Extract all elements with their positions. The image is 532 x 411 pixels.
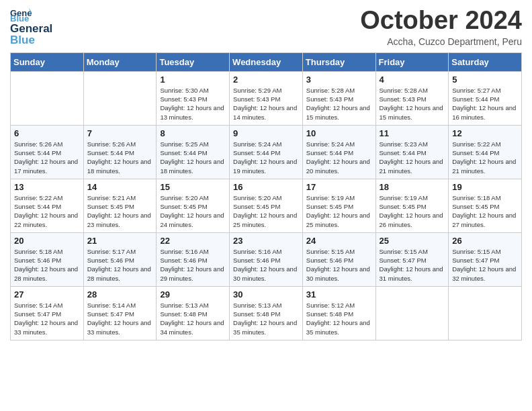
day-info: Sunrise: 5:19 AM Sunset: 5:45 PM Dayligh… bbox=[306, 193, 372, 229]
day-info: Sunrise: 5:28 AM Sunset: 5:43 PM Dayligh… bbox=[380, 86, 445, 122]
calendar-cell: 30Sunrise: 5:13 AM Sunset: 5:48 PM Dayli… bbox=[230, 286, 303, 340]
calendar-cell: 21Sunrise: 5:17 AM Sunset: 5:46 PM Dayli… bbox=[83, 232, 157, 286]
calendar-cell: 6Sunrise: 5:26 AM Sunset: 5:44 PM Daylig… bbox=[11, 125, 84, 179]
calendar-cell: 4Sunrise: 5:28 AM Sunset: 5:43 PM Daylig… bbox=[375, 71, 449, 125]
calendar-week-row: 27Sunrise: 5:14 AM Sunset: 5:47 PM Dayli… bbox=[11, 286, 522, 340]
calendar-cell: 1Sunrise: 5:30 AM Sunset: 5:43 PM Daylig… bbox=[157, 71, 230, 125]
day-number: 19 bbox=[452, 182, 518, 192]
calendar-cell: 8Sunrise: 5:25 AM Sunset: 5:44 PM Daylig… bbox=[157, 125, 230, 179]
logo: General Blue General Blue bbox=[10, 7, 52, 46]
day-info: Sunrise: 5:13 AM Sunset: 5:48 PM Dayligh… bbox=[233, 301, 299, 336]
day-number: 20 bbox=[14, 236, 80, 246]
weekday-header-row: SundayMondayTuesdayWednesdayThursdayFrid… bbox=[11, 52, 522, 71]
day-info: Sunrise: 5:30 AM Sunset: 5:43 PM Dayligh… bbox=[160, 86, 226, 122]
day-info: Sunrise: 5:19 AM Sunset: 5:45 PM Dayligh… bbox=[380, 193, 445, 229]
calendar-cell: 22Sunrise: 5:16 AM Sunset: 5:46 PM Dayli… bbox=[157, 232, 230, 286]
calendar-cell: 24Sunrise: 5:15 AM Sunset: 5:46 PM Dayli… bbox=[302, 232, 375, 286]
calendar-cell: 2Sunrise: 5:29 AM Sunset: 5:43 PM Daylig… bbox=[230, 71, 303, 125]
calendar-cell: 19Sunrise: 5:18 AM Sunset: 5:45 PM Dayli… bbox=[449, 179, 522, 232]
day-info: Sunrise: 5:14 AM Sunset: 5:47 PM Dayligh… bbox=[87, 301, 153, 336]
calendar-cell: 16Sunrise: 5:20 AM Sunset: 5:45 PM Dayli… bbox=[230, 179, 303, 232]
calendar-cell: 18Sunrise: 5:19 AM Sunset: 5:45 PM Dayli… bbox=[375, 179, 449, 232]
calendar-cell: 15Sunrise: 5:20 AM Sunset: 5:45 PM Dayli… bbox=[157, 179, 230, 232]
calendar-week-row: 20Sunrise: 5:18 AM Sunset: 5:46 PM Dayli… bbox=[11, 232, 522, 286]
weekday-header-tuesday: Tuesday bbox=[157, 52, 230, 71]
day-number: 22 bbox=[160, 236, 226, 246]
day-number: 7 bbox=[87, 128, 153, 138]
title-section: October 2024 Accha, Cuzco Department, Pe… bbox=[360, 7, 522, 47]
day-number: 17 bbox=[306, 182, 372, 192]
day-number: 16 bbox=[233, 182, 299, 192]
day-number: 6 bbox=[14, 128, 80, 138]
day-number: 5 bbox=[452, 75, 518, 85]
calendar-cell bbox=[449, 286, 522, 340]
calendar-cell: 14Sunrise: 5:21 AM Sunset: 5:45 PM Dayli… bbox=[83, 179, 157, 232]
calendar-cell: 7Sunrise: 5:26 AM Sunset: 5:44 PM Daylig… bbox=[83, 125, 157, 179]
calendar-cell: 28Sunrise: 5:14 AM Sunset: 5:47 PM Dayli… bbox=[83, 286, 157, 340]
calendar-cell: 26Sunrise: 5:15 AM Sunset: 5:47 PM Dayli… bbox=[449, 232, 522, 286]
day-number: 29 bbox=[160, 289, 226, 300]
day-number: 27 bbox=[14, 289, 80, 300]
calendar-table: SundayMondayTuesdayWednesdayThursdayFrid… bbox=[10, 52, 522, 340]
day-number: 28 bbox=[87, 289, 153, 300]
day-number: 8 bbox=[160, 128, 226, 138]
day-info: Sunrise: 5:26 AM Sunset: 5:44 PM Dayligh… bbox=[87, 140, 153, 175]
calendar-cell: 17Sunrise: 5:19 AM Sunset: 5:45 PM Dayli… bbox=[302, 179, 375, 232]
day-number: 11 bbox=[380, 128, 445, 138]
header: General Blue General Blue October 2024 A… bbox=[10, 7, 522, 47]
calendar-cell: 12Sunrise: 5:22 AM Sunset: 5:44 PM Dayli… bbox=[449, 125, 522, 179]
day-number: 25 bbox=[380, 236, 445, 246]
day-number: 31 bbox=[306, 289, 372, 300]
day-number: 14 bbox=[87, 182, 153, 192]
calendar-cell: 27Sunrise: 5:14 AM Sunset: 5:47 PM Dayli… bbox=[11, 286, 84, 340]
day-info: Sunrise: 5:22 AM Sunset: 5:44 PM Dayligh… bbox=[14, 193, 80, 229]
day-number: 9 bbox=[233, 128, 299, 138]
day-info: Sunrise: 5:12 AM Sunset: 5:48 PM Dayligh… bbox=[306, 301, 372, 336]
page: General Blue General Blue October 2024 A… bbox=[0, 0, 532, 411]
calendar-cell: 23Sunrise: 5:16 AM Sunset: 5:46 PM Dayli… bbox=[230, 232, 303, 286]
day-info: Sunrise: 5:24 AM Sunset: 5:44 PM Dayligh… bbox=[306, 140, 372, 175]
calendar-cell: 20Sunrise: 5:18 AM Sunset: 5:46 PM Dayli… bbox=[11, 232, 84, 286]
day-number: 26 bbox=[452, 236, 518, 246]
day-info: Sunrise: 5:16 AM Sunset: 5:46 PM Dayligh… bbox=[233, 247, 299, 283]
day-info: Sunrise: 5:23 AM Sunset: 5:44 PM Dayligh… bbox=[380, 140, 445, 175]
day-number: 3 bbox=[306, 75, 372, 85]
calendar-cell: 13Sunrise: 5:22 AM Sunset: 5:44 PM Dayli… bbox=[11, 179, 84, 232]
calendar-cell: 9Sunrise: 5:24 AM Sunset: 5:44 PM Daylig… bbox=[230, 125, 303, 179]
day-info: Sunrise: 5:25 AM Sunset: 5:44 PM Dayligh… bbox=[160, 140, 226, 175]
day-info: Sunrise: 5:15 AM Sunset: 5:47 PM Dayligh… bbox=[380, 247, 445, 283]
day-info: Sunrise: 5:18 AM Sunset: 5:46 PM Dayligh… bbox=[14, 247, 80, 283]
calendar-cell bbox=[375, 286, 449, 340]
calendar-cell: 10Sunrise: 5:24 AM Sunset: 5:44 PM Dayli… bbox=[302, 125, 375, 179]
day-number: 10 bbox=[306, 128, 372, 138]
weekday-header-sunday: Sunday bbox=[11, 52, 84, 71]
calendar-cell: 5Sunrise: 5:27 AM Sunset: 5:44 PM Daylig… bbox=[449, 71, 522, 125]
day-info: Sunrise: 5:13 AM Sunset: 5:48 PM Dayligh… bbox=[160, 301, 226, 336]
calendar-week-row: 6Sunrise: 5:26 AM Sunset: 5:44 PM Daylig… bbox=[11, 125, 522, 179]
day-info: Sunrise: 5:17 AM Sunset: 5:46 PM Dayligh… bbox=[87, 247, 153, 283]
day-info: Sunrise: 5:22 AM Sunset: 5:44 PM Dayligh… bbox=[452, 140, 518, 175]
calendar-week-row: 1Sunrise: 5:30 AM Sunset: 5:43 PM Daylig… bbox=[11, 71, 522, 125]
day-info: Sunrise: 5:15 AM Sunset: 5:47 PM Dayligh… bbox=[452, 247, 518, 283]
weekday-header-monday: Monday bbox=[83, 52, 157, 71]
day-number: 21 bbox=[87, 236, 153, 246]
day-info: Sunrise: 5:24 AM Sunset: 5:44 PM Dayligh… bbox=[233, 140, 299, 175]
logo-blue: Blue bbox=[10, 34, 52, 47]
calendar-cell: 11Sunrise: 5:23 AM Sunset: 5:44 PM Dayli… bbox=[375, 125, 449, 179]
day-info: Sunrise: 5:16 AM Sunset: 5:46 PM Dayligh… bbox=[160, 247, 226, 283]
day-number: 13 bbox=[14, 182, 80, 192]
day-info: Sunrise: 5:20 AM Sunset: 5:45 PM Dayligh… bbox=[160, 193, 226, 229]
day-info: Sunrise: 5:15 AM Sunset: 5:46 PM Dayligh… bbox=[306, 247, 372, 283]
day-number: 1 bbox=[160, 75, 226, 85]
calendar-week-row: 13Sunrise: 5:22 AM Sunset: 5:44 PM Dayli… bbox=[11, 179, 522, 232]
day-info: Sunrise: 5:29 AM Sunset: 5:43 PM Dayligh… bbox=[233, 86, 299, 122]
day-info: Sunrise: 5:28 AM Sunset: 5:43 PM Dayligh… bbox=[306, 86, 372, 122]
day-number: 23 bbox=[233, 236, 299, 246]
day-number: 18 bbox=[380, 182, 445, 192]
day-number: 24 bbox=[306, 236, 372, 246]
weekday-header-wednesday: Wednesday bbox=[230, 52, 303, 71]
calendar-cell bbox=[11, 71, 84, 125]
day-info: Sunrise: 5:21 AM Sunset: 5:45 PM Dayligh… bbox=[87, 193, 153, 229]
calendar-cell: 3Sunrise: 5:28 AM Sunset: 5:43 PM Daylig… bbox=[302, 71, 375, 125]
day-number: 12 bbox=[452, 128, 518, 138]
